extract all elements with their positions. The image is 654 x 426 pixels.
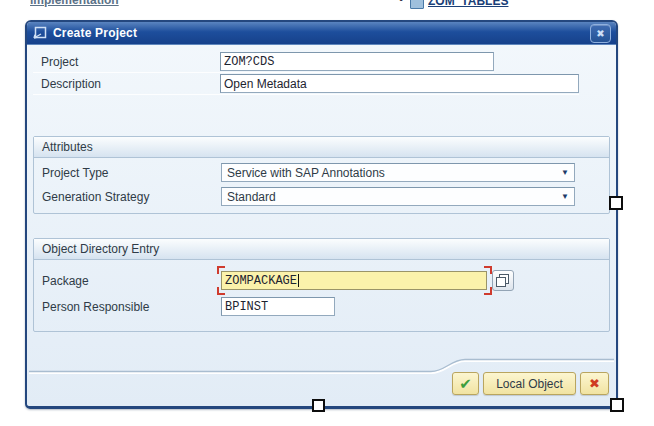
attributes-group-header: Attributes [34, 137, 609, 158]
project-type-row: Project Type Service with SAP Annotation… [34, 162, 609, 183]
person-responsible-input[interactable] [221, 297, 335, 316]
package-input[interactable]: ZOMPACKAGE [221, 271, 487, 290]
package-label: Package [42, 274, 221, 288]
chevron-down-icon: ▼ [561, 169, 569, 177]
table-icon [410, 0, 424, 9]
create-project-dialog: Create Project ✖ Project Description Att… [25, 20, 618, 409]
attributes-group: Attributes Project Type Service with SAP… [33, 136, 610, 214]
focus-bracket [217, 266, 225, 274]
resize-handle-bottom[interactable] [312, 399, 325, 412]
generation-strategy-select[interactable]: Standard ▼ [221, 187, 575, 206]
project-type-value: Service with SAP Annotations [227, 166, 385, 180]
dialog-titlebar[interactable]: Create Project ✖ [27, 22, 616, 45]
package-row: Package ZOMPACKAGE [34, 269, 609, 292]
search-help-button[interactable] [492, 270, 514, 291]
object-directory-header-label: Object Directory Entry [42, 242, 159, 256]
background-tree-item-zom-tables[interactable]: ZOM_TABLES [428, 0, 508, 8]
cancel-button[interactable]: ✖ [580, 372, 609, 395]
generation-strategy-value: Standard [227, 190, 276, 204]
project-label: Project [41, 55, 220, 69]
screen: implementation • ZOM_TABLES Create Proje… [0, 0, 654, 426]
project-type-label: Project Type [42, 166, 221, 180]
focus-bracket [484, 266, 492, 274]
create-dialog-icon [32, 26, 47, 40]
description-row: Description [33, 73, 579, 95]
footer-separator [27, 45, 616, 406]
generation-strategy-label: Generation Strategy [42, 190, 221, 204]
confirm-button[interactable]: ✔ [452, 372, 479, 395]
resize-handle-right[interactable] [609, 196, 623, 210]
tree-bullet-icon: • [399, 0, 403, 7]
cancel-x-icon: ✖ [589, 376, 600, 391]
local-object-button[interactable]: Local Object [483, 372, 576, 395]
person-responsible-row: Person Responsible [34, 296, 609, 317]
object-directory-group: Object Directory Entry Package ZOMPACKAG… [33, 238, 610, 332]
generation-strategy-row: Generation Strategy Standard ▼ [34, 186, 609, 207]
text-cursor [298, 274, 299, 287]
project-type-select[interactable]: Service with SAP Annotations ▼ [221, 163, 575, 182]
chevron-down-icon: ▼ [561, 193, 569, 201]
description-input[interactable] [220, 74, 579, 93]
search-help-icon [496, 277, 506, 287]
close-icon: ✖ [596, 28, 604, 39]
check-icon: ✔ [459, 375, 472, 393]
object-directory-group-header: Object Directory Entry [34, 239, 609, 260]
package-field-wrap: ZOMPACKAGE [221, 270, 514, 291]
project-row: Project [33, 51, 494, 73]
project-input[interactable] [220, 52, 494, 71]
package-value: ZOMPACKAGE [225, 274, 297, 288]
dialog-body: Project Description Attributes Project T… [27, 45, 616, 406]
focus-bracket [217, 287, 225, 295]
dialog-title: Create Project [53, 26, 137, 40]
close-button[interactable]: ✖ [590, 24, 611, 43]
attributes-header-label: Attributes [42, 140, 93, 154]
description-label: Description [41, 77, 220, 91]
local-object-label: Local Object [496, 377, 563, 391]
background-link-implementation[interactable]: implementation [30, 0, 119, 7]
resize-handle-bottom-right[interactable] [610, 398, 624, 412]
person-responsible-label: Person Responsible [42, 300, 221, 314]
focus-bracket [484, 287, 492, 295]
